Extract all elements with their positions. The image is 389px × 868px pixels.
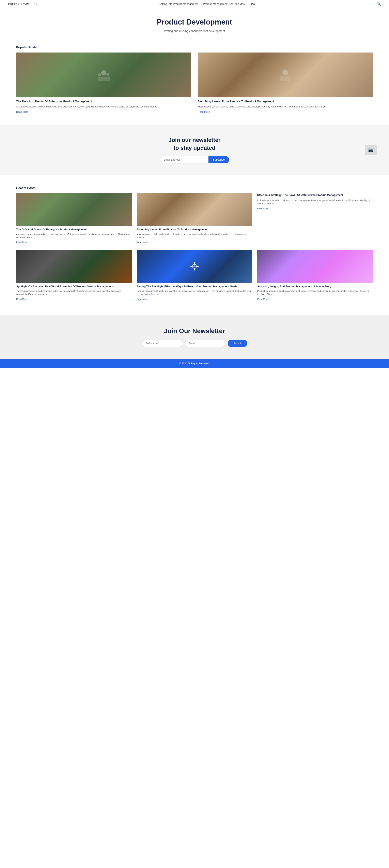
nav-link-blog[interactable]: Blog: [250, 2, 255, 5]
popular-post-2: Switching Lanes: From Finance To Product…: [198, 53, 373, 113]
search-icon[interactable]: 🔍: [377, 2, 381, 6]
recent-post-1-image: [16, 193, 132, 226]
post-1-read-more[interactable]: Read More: [16, 111, 28, 113]
popular-posts-title: Popular Posts:: [16, 45, 373, 49]
post-1-excerpt: Are you engaged in enterprise product ma…: [16, 105, 191, 108]
footer-name-input[interactable]: [142, 340, 182, 347]
main-nav: PRODUCT MASTERS Getting Into Product Man…: [0, 0, 389, 8]
recent-post-4-read-more[interactable]: Read More: [16, 298, 27, 300]
recent-post-3-title: Steer Your Strategy: The Power Of Data-D…: [257, 193, 373, 197]
footer-submit-button[interactable]: Submit: [228, 340, 247, 347]
svg-rect-3: [98, 77, 110, 81]
post-2-excerpt: Making a career shift can be quite a dau…: [198, 105, 373, 108]
post-1-image: [16, 53, 191, 97]
svg-point-4: [283, 69, 288, 75]
footer-newsletter-form: Submit: [4, 340, 385, 347]
recent-post-2: Switching Lanes: From Finance To Product…: [137, 193, 253, 244]
hero-subtitle: Writing and musings about product develo…: [4, 29, 385, 33]
recent-post-5-excerpt: Product management goals are pivotal to …: [137, 289, 253, 296]
recent-post-5-title: Setting The Bar High: Effective Ways To …: [137, 285, 253, 288]
recent-post-2-excerpt: Making a career shift can be quite a dau…: [137, 232, 253, 239]
popular-posts-section: Popular Posts: The Do's And Don'ts Of En…: [0, 40, 389, 118]
recent-post-3-read-more[interactable]: Read More: [257, 207, 268, 210]
recent-post-6-excerpt: Product management can be a whirlwind of…: [257, 289, 373, 296]
nav-logo: PRODUCT MASTERS: [8, 2, 37, 6]
recent-post-2-image: [137, 193, 253, 226]
footer-copyright: © 2024 All Rights Reserved.: [179, 362, 210, 365]
hero-section: Product Development Writing and musings …: [0, 8, 389, 40]
svg-rect-5: [280, 76, 290, 81]
popular-posts-grid: The Do's And Don'ts Of Enterprise Produc…: [16, 53, 373, 113]
page-title: Product Development: [4, 18, 385, 26]
recent-post-5-read-more[interactable]: Read More: [137, 298, 148, 300]
svg-point-0: [101, 70, 106, 75]
footer-newsletter-section: Join Our Newsletter Submit: [0, 315, 389, 359]
recent-posts-bottom-grid: Spotlight On Success: Real-World Example…: [16, 250, 373, 301]
recent-post-4: Spotlight On Success: Real-World Example…: [16, 250, 132, 301]
recent-post-5: Setting The Bar High: Effective Ways To …: [137, 250, 253, 301]
recent-post-6-image: [257, 250, 373, 283]
recent-post-2-title: Switching Lanes: From Finance To Product…: [137, 228, 253, 231]
recent-post-1-title: The Do's And Don'ts Of Enterprise Produc…: [16, 228, 132, 231]
recent-post-4-excerpt: There's an increasing understanding in t…: [16, 289, 132, 296]
footer-email-input[interactable]: [185, 340, 225, 347]
svg-point-1: [98, 73, 101, 76]
recent-post-6: Sarcasm, Insight, And Product Management…: [257, 250, 373, 301]
recent-post-4-title: Spotlight On Success: Real-World Example…: [16, 285, 132, 288]
recent-posts-top-grid: The Do's And Don'ts Of Enterprise Produc…: [16, 193, 373, 244]
post-1-title: The Do's And Don'ts Of Enterprise Produc…: [16, 99, 191, 103]
post-2-read-more[interactable]: Read More: [198, 111, 210, 113]
newsletter-banner: Join our newsletterto stay updated Subsc…: [0, 125, 389, 175]
recent-post-2-read-more[interactable]: Read More: [137, 241, 148, 244]
recent-posts-section: Recent Posts: The Do's And Don'ts Of Ent…: [0, 181, 389, 305]
recent-post-5-image: [137, 250, 253, 283]
svg-point-7: [193, 266, 196, 268]
nav-link-getting-into[interactable]: Getting Into Product Management: [159, 2, 198, 5]
newsletter-image-placeholder: 📷: [365, 145, 377, 155]
newsletter-email-input[interactable]: [160, 156, 208, 163]
post-2-image: [198, 53, 373, 97]
nav-links: Getting Into Product Management Product …: [159, 2, 255, 5]
nav-link-startup[interactable]: Product Management For Start Ups: [203, 2, 245, 5]
footer-newsletter-title: Join Our Newsletter: [4, 327, 385, 335]
newsletter-subscribe-button[interactable]: Subscribe: [208, 156, 229, 163]
page-footer: © 2024 All Rights Reserved.: [0, 359, 389, 368]
newsletter-subscribe-row: Subscribe: [8, 156, 381, 163]
recent-post-6-title: Sarcasm, Insight, And Product Management…: [257, 285, 373, 288]
recent-post-1-excerpt: Are you engaged in enterprise product ma…: [16, 232, 132, 239]
popular-post-1: The Do's And Don'ts Of Enterprise Produc…: [16, 53, 191, 113]
recent-post-3: Steer Your Strategy: The Power Of Data-D…: [257, 193, 373, 244]
recent-post-1: The Do's And Don'ts Of Enterprise Produc…: [16, 193, 132, 244]
recent-post-3-excerpt: In the dynamic world of business, produc…: [257, 199, 373, 206]
spacer: [0, 305, 389, 315]
recent-post-6-read-more[interactable]: Read More: [257, 298, 268, 300]
newsletter-banner-title: Join our newsletterto stay updated: [8, 136, 381, 152]
recent-posts-title: Recent Posts:: [16, 186, 373, 190]
recent-post-4-image: [16, 250, 132, 283]
recent-post-1-read-more[interactable]: Read More: [16, 241, 27, 244]
svg-point-2: [106, 73, 109, 76]
post-2-title: Switching Lanes: From Finance To Product…: [198, 99, 373, 103]
